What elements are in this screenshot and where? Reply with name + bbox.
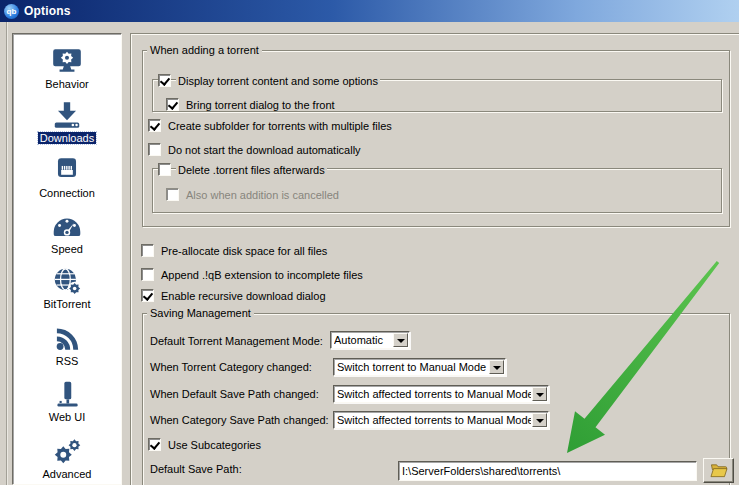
ethernet-plug-icon: [50, 155, 84, 185]
torrent-category-changed-dropdown[interactable]: Switch torrent to Manual Mode: [333, 358, 506, 376]
window-title: Options: [24, 4, 71, 18]
sidebar-item-label: Connection: [13, 187, 121, 199]
group-title: When adding a torrent: [147, 44, 262, 56]
options-dialog: qb Options Behavior Dow: [0, 0, 739, 485]
dropdown-value: Switch torrent to Manual Mode: [337, 359, 488, 375]
web-kiosk-icon: [50, 379, 84, 409]
sidebar-item-label: BitTorrent: [13, 298, 121, 310]
category-save-path-changed-dropdown[interactable]: Switch affected torrents to Manual Mode: [333, 411, 549, 429]
checkbox-label: Append .!qB extension to incomplete file…: [159, 269, 365, 281]
rss-icon: [50, 323, 84, 353]
checkbox-label: Display torrent content and some options: [176, 75, 380, 87]
default-save-path-changed-dropdown[interactable]: Switch affected torrents to Manual Mode: [333, 385, 549, 403]
do-not-start-checkbox-row[interactable]: Do not start the download automatically: [148, 142, 363, 157]
globe-gear-icon: [50, 266, 84, 296]
settings-category-list: Behavior Downloads: [12, 33, 122, 485]
chevron-down-icon[interactable]: [393, 333, 408, 347]
checkbox[interactable]: [141, 289, 154, 302]
checkbox[interactable]: [141, 268, 154, 281]
checkbox-label: Delete .torrent files afterwards: [176, 164, 327, 176]
sidebar-item-label: Web UI: [13, 411, 121, 423]
sidebar-item-connection[interactable]: Connection: [13, 155, 121, 199]
browse-save-path-button[interactable]: [703, 458, 734, 483]
mode-label: Default Torrent Management Mode:: [150, 335, 323, 347]
chevron-down-icon[interactable]: [532, 387, 547, 401]
sidebar-item-downloads[interactable]: Downloads: [13, 100, 121, 144]
default-path-changed-label: When Default Save Path changed:: [150, 388, 319, 400]
checkbox-label: Pre-allocate disk space for all files: [159, 245, 329, 257]
sidebar-item-webui[interactable]: Web UI: [13, 379, 121, 423]
checkbox[interactable]: [148, 119, 161, 132]
checkbox-label: Also when addition is cancelled: [184, 189, 341, 201]
category-path-changed-label: When Category Save Path changed:: [150, 414, 329, 426]
use-subcategories-checkbox-row[interactable]: Use Subcategories: [148, 437, 263, 452]
folder-icon: [709, 462, 729, 479]
sidebar-item-label: Advanced: [13, 468, 121, 480]
also-cancelled-checkbox-row: Also when addition is cancelled: [166, 187, 341, 202]
checkbox-disabled: [166, 188, 179, 201]
sidebar-item-rss[interactable]: RSS: [13, 323, 121, 367]
recursive-checkbox-row[interactable]: Enable recursive download dialog: [141, 288, 328, 303]
delete-torrent-checkbox-row[interactable]: Delete .torrent files afterwards: [158, 162, 327, 177]
dropdown-value: Switch affected torrents to Manual Mode: [337, 386, 531, 402]
bring-front-checkbox-row[interactable]: Bring torrent dialog to the front: [166, 97, 337, 112]
sidebar-item-label-selected: Downloads: [13, 132, 121, 144]
default-save-path-input[interactable]: [398, 461, 697, 481]
checkbox-label: Bring torrent dialog to the front: [184, 99, 337, 111]
sidebar-item-behavior[interactable]: Behavior: [13, 46, 121, 90]
chevron-down-icon[interactable]: [532, 413, 547, 427]
download-tray-icon: [50, 100, 84, 130]
default-management-mode-dropdown[interactable]: Automatic: [330, 331, 410, 349]
create-subfolder-checkbox-row[interactable]: Create subfolder for torrents with multi…: [148, 118, 394, 133]
monitor-gear-icon: [50, 46, 84, 76]
group-title: Saving Management: [147, 307, 254, 319]
qbittorrent-app-icon: qb: [4, 4, 19, 19]
sidebar-item-label: Behavior: [13, 78, 121, 90]
sidebar-item-label: RSS: [13, 355, 121, 367]
checkbox-label: Use Subcategories: [166, 439, 263, 451]
pre-allocate-checkbox-row[interactable]: Pre-allocate disk space for all files: [141, 243, 329, 258]
dropdown-value: Switch affected torrents to Manual Mode: [337, 412, 531, 428]
title-bar[interactable]: qb Options: [0, 0, 739, 22]
checkbox-label: Enable recursive download dialog: [159, 290, 328, 302]
default-save-path-label: Default Save Path:: [150, 463, 242, 475]
append-qb-checkbox-row[interactable]: Append .!qB extension to incomplete file…: [141, 267, 365, 282]
display-content-checkbox-row[interactable]: Display torrent content and some options: [158, 73, 380, 88]
chevron-down-icon[interactable]: [489, 360, 504, 374]
sidebar-item-bittorrent[interactable]: BitTorrent: [13, 266, 121, 310]
sidebar-item-label: Speed: [13, 243, 121, 255]
checkbox[interactable]: [166, 98, 179, 111]
speedometer-icon: [50, 211, 84, 241]
category-changed-label: When Torrent Category changed:: [150, 361, 312, 373]
checkbox[interactable]: [148, 438, 161, 451]
sidebar-item-advanced[interactable]: Advanced: [13, 436, 121, 480]
sidebar-item-speed[interactable]: Speed: [13, 211, 121, 255]
window-left-border: [6, 22, 8, 485]
dropdown-value: Automatic: [334, 332, 392, 348]
checkbox[interactable]: [158, 74, 171, 87]
gears-icon: [50, 436, 84, 466]
checkbox-label: Create subfolder for torrents with multi…: [166, 120, 394, 132]
checkbox[interactable]: [158, 163, 171, 176]
checkbox[interactable]: [148, 143, 161, 156]
checkbox[interactable]: [141, 244, 154, 257]
checkbox-label: Do not start the download automatically: [166, 144, 363, 156]
